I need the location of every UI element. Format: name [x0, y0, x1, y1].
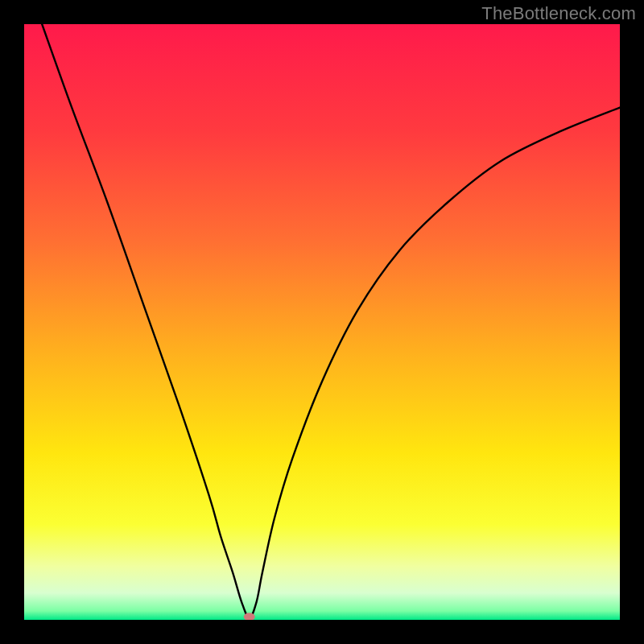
watermark-text: TheBottleneck.com: [481, 3, 636, 24]
gradient-background: [24, 24, 620, 620]
bottleneck-chart: [24, 24, 620, 620]
plot-area: [24, 24, 620, 620]
chart-container: TheBottleneck.com: [0, 0, 644, 644]
